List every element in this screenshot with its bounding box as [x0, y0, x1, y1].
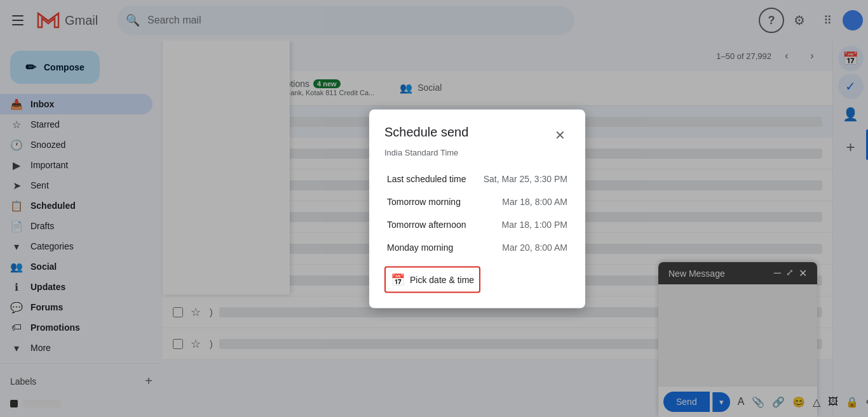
schedule-send-dialog: Schedule send ✕ India Standard Time Last… [369, 109, 585, 308]
schedule-option-tomorrow-afternoon[interactable]: Tomorrow afternoon Mar 18, 1:00 PM [384, 213, 570, 235]
pick-date-time-button[interactable]: 📅 Pick date & time [384, 266, 480, 293]
schedule-option-tomorrow-morning[interactable]: Tomorrow morning Mar 18, 8:00 AM [384, 190, 570, 213]
option-tomorrow-afternoon-label: Tomorrow afternoon [387, 219, 466, 229]
option-last-label: Last scheduled time [387, 173, 466, 183]
option-monday-date: Mar 20, 8:00 AM [502, 242, 567, 252]
option-tomorrow-afternoon-date: Mar 18, 1:00 PM [502, 219, 568, 229]
dialog-header: Schedule send ✕ [384, 124, 570, 145]
option-tomorrow-morning-label: Tomorrow morning [387, 196, 461, 206]
dialog-title: Schedule send [384, 124, 468, 139]
option-last-date: Sat, Mar 25, 3:30 PM [484, 173, 567, 183]
pick-datetime-label: Pick date & time [410, 274, 474, 284]
schedule-option-monday-morning[interactable]: Monday morning Mar 20, 8:00 AM [384, 235, 570, 258]
dialog-subtitle: India Standard Time [384, 147, 570, 157]
dialog-close-button[interactable]: ✕ [550, 124, 570, 145]
calendar-icon: 📅 [391, 272, 405, 286]
option-tomorrow-morning-date: Mar 18, 8:00 AM [502, 196, 567, 206]
schedule-option-last-scheduled[interactable]: Last scheduled time Sat, Mar 25, 3:30 PM [384, 167, 570, 190]
option-monday-label: Monday morning [387, 242, 453, 252]
